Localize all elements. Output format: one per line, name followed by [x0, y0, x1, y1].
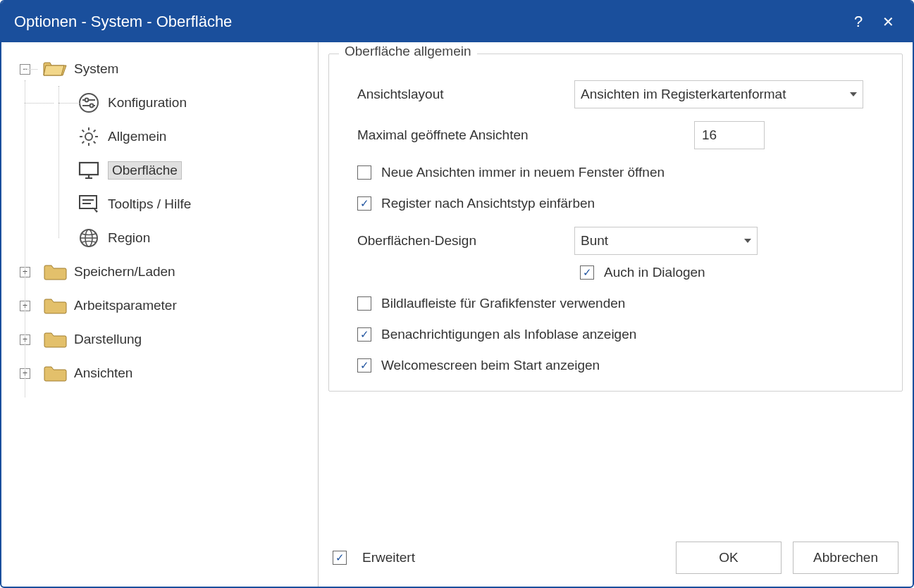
checkbox-erweitert[interactable]: ✓ [333, 551, 347, 565]
svg-rect-6 [80, 163, 98, 175]
sliders-icon [77, 92, 101, 113]
select-ansichtslayout[interactable]: Ansichten im Registerkartenformat [574, 80, 863, 108]
label-erweitert: Erweitert [362, 550, 415, 565]
sidebar: − System Kon [1, 42, 319, 587]
label-max-open: Maximal geöffnete Ansichten [357, 127, 688, 143]
svg-rect-9 [80, 196, 97, 208]
tree-item-arbeitsparameter[interactable]: Arbeitsparameter [74, 298, 177, 313]
tree-item-konfiguration[interactable]: Konfiguration [108, 95, 187, 111]
group-legend: Oberfläche allgemein [339, 44, 477, 59]
chevron-down-icon [744, 239, 751, 243]
select-value: Ansichten im Registerkartenformat [581, 87, 786, 102]
tree-item-tooltips[interactable]: Tooltips / Hilfe [108, 196, 191, 212]
tree-item-speichern[interactable]: Speichern/Laden [74, 264, 175, 280]
monitor-icon [77, 161, 101, 180]
tree-item-oberflaeche[interactable]: Oberfläche [108, 161, 182, 180]
chevron-down-icon [850, 92, 857, 96]
folder-icon [43, 263, 67, 281]
checkbox-scrollbar[interactable] [357, 296, 371, 311]
select-value: Bunt [581, 233, 608, 249]
folder-open-icon [43, 60, 67, 78]
folder-icon [43, 364, 67, 382]
tooltip-icon [77, 194, 101, 214]
tree-item-region[interactable]: Region [108, 230, 150, 246]
svg-point-0 [80, 94, 98, 112]
svg-point-5 [85, 133, 92, 140]
dialog-window: Optionen - System - Oberfläche ? ✕ − Sys… [0, 0, 914, 588]
label-welcome: Welcomescreen beim Start anzeigen [381, 358, 600, 373]
label-dialogs: Auch in Dialogen [604, 265, 705, 280]
content-panel: Oberfläche allgemein Ansichtslayout Ansi… [319, 42, 913, 587]
footer: ✓ Erweitert OK Abbrechen [327, 534, 904, 581]
label-ansichtslayout: Ansichtslayout [357, 87, 569, 102]
label-color-tabs: Register nach Ansichtstyp einfärben [381, 196, 595, 211]
label-scrollbar: Bildlaufleiste für Grafikfenster verwend… [381, 296, 625, 311]
cancel-button[interactable]: Abbrechen [793, 542, 898, 574]
group-oberflaeche-allgemein: Oberfläche allgemein Ansichtslayout Ansi… [328, 54, 903, 392]
tree-item-allgemein[interactable]: Allgemein [108, 129, 166, 144]
label-new-window: Neue Ansichten immer in neuem Fenster öf… [381, 165, 665, 180]
svg-point-4 [90, 104, 94, 108]
checkbox-color-tabs[interactable]: ✓ [357, 196, 371, 211]
checkbox-welcome[interactable]: ✓ [357, 358, 371, 373]
folder-icon [43, 296, 67, 315]
select-design[interactable]: Bunt [574, 227, 758, 255]
gear-icon [77, 126, 101, 147]
folder-icon [43, 330, 67, 349]
help-button[interactable]: ? [844, 13, 873, 31]
checkbox-infobubble[interactable]: ✓ [357, 327, 371, 342]
ok-button[interactable]: OK [676, 542, 782, 574]
tree-item-system[interactable]: System [74, 61, 118, 77]
label-infobubble: Benachrichtigungen als Infoblase anzeige… [381, 327, 636, 342]
window-title: Optionen - System - Oberfläche [14, 13, 844, 31]
close-button[interactable]: ✕ [873, 13, 903, 30]
tree-item-darstellung[interactable]: Darstellung [74, 332, 142, 347]
globe-icon [77, 227, 101, 249]
checkbox-new-window[interactable] [357, 165, 371, 180]
tree-item-ansichten[interactable]: Ansichten [74, 365, 132, 381]
titlebar: Optionen - System - Oberfläche ? ✕ [1, 1, 913, 42]
svg-point-2 [85, 99, 89, 102]
label-design: Oberflächen-Design [357, 233, 569, 249]
input-max-open[interactable]: 16 [694, 121, 765, 149]
checkbox-dialogs[interactable]: ✓ [580, 265, 594, 280]
